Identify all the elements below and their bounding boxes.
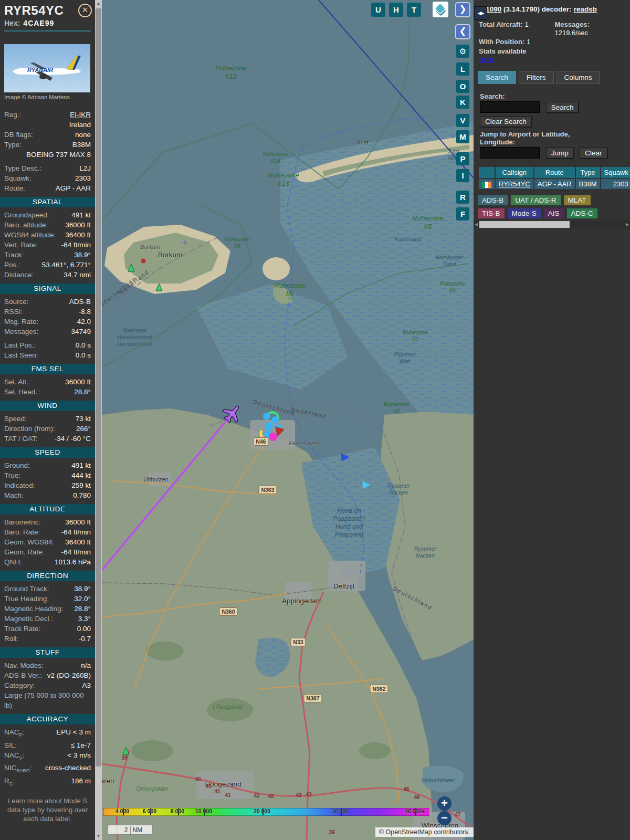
aircraft-photo[interactable]: RYANAIR (4, 44, 90, 92)
jump-clear-button[interactable]: Clear (580, 148, 607, 159)
zoom-out-button[interactable]: − (437, 811, 452, 825)
search-input[interactable] (480, 101, 540, 113)
zoom-in-button[interactable]: + (437, 796, 452, 811)
map-button-M[interactable]: M (456, 130, 469, 143)
readsb-link[interactable]: readsb (574, 5, 597, 13)
data-label: QNH: (4, 557, 22, 567)
panel-scroll-thumb[interactable] (479, 221, 570, 228)
map-button-V[interactable]: V (456, 114, 469, 127)
data-row: Pos.:53.461°, 6.771° (0, 260, 95, 270)
sidebar-scroll-thumb[interactable] (96, 8, 101, 766)
sidebar-scrollbar[interactable]: ▲ ▼ (95, 0, 102, 840)
data-row: NACV:< 3 m/s (0, 750, 95, 763)
data-row: ADS-B Ver.:v2 (DO-260B) (0, 670, 95, 680)
data-label: Ground Track: (4, 584, 49, 594)
data-label: ADS-B Ver.: (4, 670, 42, 680)
column-header[interactable] (479, 167, 495, 178)
data-label: Groundspeed: (4, 210, 49, 220)
map-button-H[interactable]: H (389, 3, 403, 17)
data-value: 0.0 s (76, 340, 91, 350)
aircraft-list-panel: ◀▶ tar1090 (3.14.1790) decoder: readsb T… (474, 0, 630, 840)
data-row: Nav. Modes:n/a (0, 660, 95, 670)
data-value: 34.7 nmi (64, 270, 91, 280)
close-icon[interactable]: ✕ (78, 4, 92, 17)
section-header: STUFF (0, 647, 95, 658)
scroll-right-icon[interactable]: ▶ (625, 220, 630, 228)
source-badge-uat-ads-r[interactable]: UAT / ADS-R (511, 195, 560, 205)
data-value: 1013.6 hPa (55, 557, 91, 567)
data-value: 28.8° (74, 604, 91, 614)
map-button-R[interactable]: R (456, 191, 469, 204)
search-button[interactable]: Search (546, 102, 579, 113)
road-shield: N363 (258, 486, 277, 494)
map-button-O[interactable]: O (456, 80, 469, 93)
stats-here-link[interactable]: here (479, 56, 493, 64)
settings-gear-button[interactable]: ⚙ (456, 45, 469, 58)
scroll-up-icon[interactable]: ▲ (95, 0, 102, 7)
data-label: Last Seen: (4, 350, 38, 360)
data-value: 0.780 (73, 490, 91, 500)
source-badge-mode-s[interactable]: Mode-S (508, 208, 541, 218)
column-header[interactable]: Type (576, 167, 600, 178)
panel-collapse-button[interactable]: ◀▶ (474, 6, 487, 20)
data-row: Msg. Rate:42.0 (0, 317, 95, 327)
data-value[interactable]: EI-IKR (70, 110, 91, 120)
data-row: Vert. Rate:-64 ft/min (0, 240, 95, 250)
photo-credit: Image © Adriaan Martens (4, 94, 91, 100)
tab-filters[interactable]: Filters (519, 71, 554, 84)
tab-search[interactable]: Search (478, 71, 516, 84)
data-value: AGP - AAR (56, 183, 91, 193)
jump-button[interactable]: Jump (546, 148, 574, 159)
map-button-U[interactable]: U (371, 3, 385, 17)
layer-switcher-button[interactable] (433, 2, 448, 17)
section-header: WIND (0, 401, 95, 411)
jump-input[interactable] (480, 147, 540, 159)
panel-horizontal-scrollbar[interactable]: ◀ ▶ (474, 220, 630, 228)
map-button-T[interactable]: T (407, 3, 421, 17)
tab-columns[interactable]: Columns (556, 71, 600, 84)
source-badge-tis-b[interactable]: TIS-B (478, 208, 505, 218)
source-badge-ais[interactable]: AIS (544, 208, 564, 218)
data-label: Type: (4, 140, 22, 150)
source-badge-ads-b[interactable]: ADS-B (478, 195, 508, 205)
map-button-P[interactable]: P (456, 152, 469, 165)
map-button-F[interactable]: F (456, 207, 469, 220)
road-shield: N46 (253, 437, 268, 446)
column-header[interactable]: Callsign (496, 167, 533, 178)
column-header[interactable]: Squawk (601, 167, 630, 178)
data-value: cross-checked (45, 763, 91, 776)
data-value: 3.3° (78, 614, 91, 624)
map[interactable]: ✈ ✈ Ruhezone I/12Ruhezone I/14Ruh (102, 0, 474, 840)
data-label: Category: (4, 680, 35, 690)
sidebar-collapse-button[interactable]: ❮ (455, 24, 470, 39)
data-value: ≤ 1e-7 (71, 740, 91, 750)
aircraft-table-row[interactable]: RYR54YC AGP - AAR B38M 2303 36000 (479, 179, 630, 189)
spacer (0, 160, 95, 163)
map-button-I[interactable]: I (456, 169, 469, 182)
map-scale-bar: 2 NM (108, 825, 153, 835)
data-row: Geom. WGS84:36400 ft (0, 537, 95, 547)
altitude-tick-label: 10 000 (195, 808, 212, 814)
data-value: EPU < 3 m (56, 727, 91, 740)
altitude-tick-label: 30 000 (332, 808, 349, 814)
sidebar-expand-button[interactable]: ❯ (455, 2, 470, 17)
data-label: RSSI: (4, 307, 23, 317)
callsign-cell[interactable]: RYR54YC (496, 179, 533, 189)
scroll-down-icon[interactable]: ▼ (95, 833, 102, 840)
data-row: Type:B38M (0, 140, 95, 150)
clear-search-button[interactable]: Clear Search (480, 116, 532, 127)
data-row: Track:38.9° (0, 250, 95, 260)
data-label: SIL: (4, 740, 17, 750)
road-number: 46 (403, 786, 409, 792)
data-value: 444 kt (71, 470, 91, 480)
scroll-left-icon[interactable]: ◀ (474, 220, 479, 228)
source-badge-ads-c[interactable]: ADS-C (567, 208, 597, 218)
map-button-K[interactable]: K (456, 96, 469, 109)
column-header[interactable]: Route (534, 167, 575, 178)
map-button-L[interactable]: L (456, 62, 469, 76)
data-label: Baro. altitude: (4, 220, 48, 230)
source-badge-mlat[interactable]: MLAT (564, 195, 591, 205)
data-value: 42.0 (77, 317, 91, 327)
data-label: DB flags: (4, 130, 33, 140)
altitude-tick-label: 4 000 (116, 808, 129, 814)
